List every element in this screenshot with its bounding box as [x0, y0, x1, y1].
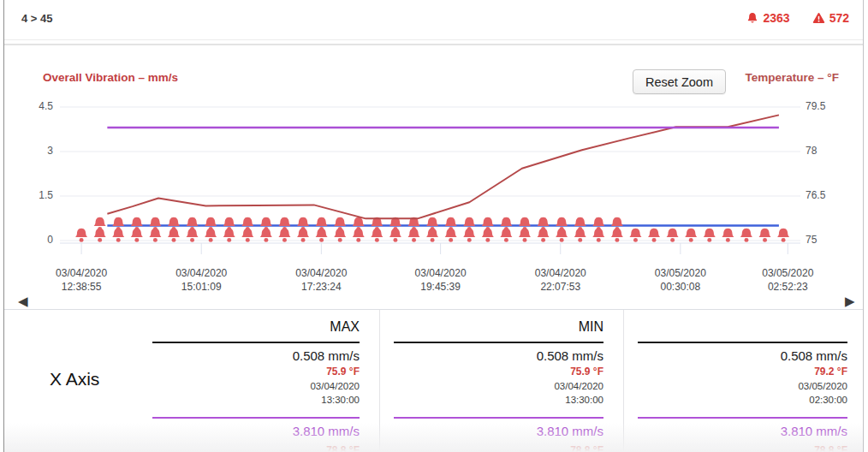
temperature-threshold-value: 78.8 °F — [152, 443, 360, 452]
y-axis-left-tick: 1.5 — [7, 189, 53, 201]
table-column-max: MAX 0.508 mm/s 75.9 °F 03/04/2020 13:30:… — [152, 319, 360, 452]
table-row-label: X Axis — [50, 369, 99, 390]
vibration-value: 0.508 mm/s — [394, 347, 603, 365]
vibration-threshold-value: 3.810 mm/s — [394, 422, 603, 440]
vibration-threshold-value: 3.810 mm/s — [638, 422, 847, 440]
vibration-value: 0.508 mm/s — [638, 347, 847, 365]
y-axis-right-tick: 76.5 — [806, 189, 852, 201]
scroll-left-arrow-icon[interactable]: ◀ — [18, 294, 28, 309]
column-header: MIN — [394, 319, 603, 337]
table-top-border — [4, 309, 863, 310]
temperature-value: 75.9 °F — [394, 365, 603, 379]
table-column-divider — [623, 310, 624, 452]
temperature-threshold-value: 78.8 °F — [394, 443, 603, 452]
y-axis-right-tick: 75 — [806, 234, 852, 246]
y-axis-right-tick: 78 — [806, 145, 852, 157]
y-axis-right-tick: 79.5 — [806, 100, 852, 112]
table-column-last: 0.508 mm/s 79.2 °F 03/05/2020 02:30:00 3… — [638, 319, 847, 452]
column-header: MAX — [152, 319, 360, 337]
table-column-divider — [379, 310, 380, 452]
threshold-rule — [152, 417, 360, 419]
column-rule — [152, 342, 360, 343]
temperature-value: 75.9 °F — [152, 365, 360, 379]
y-axis-left-tick: 0 — [7, 234, 53, 246]
date-value: 03/04/2020 — [394, 379, 603, 393]
vibration-value: 0.508 mm/s — [152, 347, 360, 365]
vibration-threshold-value: 3.810 mm/s — [152, 422, 360, 440]
chart-plot[interactable] — [0, 0, 868, 308]
time-value: 02:30:00 — [638, 393, 847, 407]
temperature-value: 79.2 °F — [638, 365, 847, 379]
threshold-rule — [394, 417, 603, 419]
x-axis-tick: 03/05/202002:52:23 — [736, 266, 839, 294]
date-value: 03/05/2020 — [638, 379, 847, 393]
x-axis-tick: 03/05/202000:30:08 — [629, 266, 732, 294]
x-axis-tick: 03/04/202022:07:53 — [509, 266, 612, 294]
column-rule — [638, 342, 847, 343]
column-rule — [394, 342, 603, 343]
scroll-right-arrow-icon[interactable]: ▶ — [845, 294, 855, 309]
x-axis-tick: 03/04/202017:23:24 — [270, 266, 372, 294]
date-value: 03/04/2020 — [152, 379, 360, 393]
x-axis-tick: 03/04/202012:38:55 — [30, 266, 133, 294]
threshold-rule — [638, 417, 847, 419]
column-header — [638, 319, 847, 337]
time-value: 13:30:00 — [394, 393, 603, 407]
x-axis-tick: 03/04/202019:45:39 — [389, 266, 492, 294]
y-axis-left-tick: 4.5 — [7, 100, 53, 112]
time-value: 13:30:00 — [152, 393, 360, 407]
y-axis-left-tick: 3 — [7, 145, 53, 157]
temperature-threshold-value: 78.8 °F — [638, 443, 847, 452]
table-column-min: MIN 0.508 mm/s 75.9 °F 03/04/2020 13:30:… — [394, 319, 603, 452]
x-axis-tick: 03/04/202015:01:09 — [150, 266, 253, 294]
